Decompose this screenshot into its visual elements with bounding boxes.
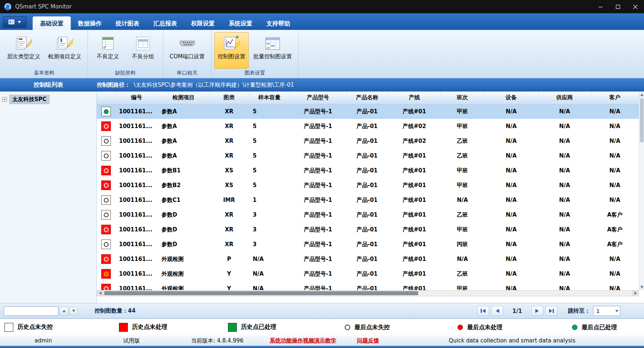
row-status-cell bbox=[97, 237, 115, 252]
cell: N/A bbox=[484, 281, 538, 290]
first-page-button[interactable] bbox=[477, 306, 489, 316]
vertical-scroll-thumb[interactable] bbox=[640, 98, 644, 142]
grid-viewport: 编号检测项目图类样本容量产品型号产品名称产线班次设备供应商客户 1001161.… bbox=[97, 92, 644, 290]
table-row[interactable]: 1001161...参数AXR5产品型号-1产品-01产线#01甲班N/AN/A… bbox=[97, 104, 639, 119]
scroll-left-arrow-icon[interactable] bbox=[97, 290, 103, 296]
tree-node-label: 太友科技SPC bbox=[9, 95, 50, 104]
app-menu-button[interactable] bbox=[3, 16, 27, 28]
scroll-down-arrow-icon[interactable] bbox=[639, 284, 644, 290]
status-circle bbox=[104, 154, 109, 158]
legend-square-swatch bbox=[119, 323, 128, 332]
column-header[interactable]: 图类 bbox=[209, 92, 249, 104]
column-header[interactable]: 检测项目 bbox=[158, 92, 209, 104]
table-row[interactable]: 1001161...参数B1XS5产品型号-1产品-01产线#01甲班N/AN/… bbox=[97, 163, 639, 178]
tree-node-taiyou-spc[interactable]: 太友科技SPC bbox=[2, 95, 94, 104]
status-outline-on-white-icon bbox=[101, 136, 111, 146]
cell: 产品-01 bbox=[346, 104, 388, 119]
table-row[interactable]: 1001161...参数AXR5产品型号-1产品-01产线#02乙班N/AN/A… bbox=[97, 134, 639, 148]
table-row[interactable]: 1001161...参数C1IMR1产品型号-1产品-01产线#01N/AN/A… bbox=[97, 193, 639, 207]
table-row[interactable]: 1001161...参数AXR5产品型号-1产品-01产线#02甲班N/AN/A… bbox=[97, 119, 639, 134]
cell: N/A bbox=[441, 193, 484, 207]
cell: 1001161... bbox=[115, 193, 158, 207]
cell: 产品型号-1 bbox=[290, 134, 346, 148]
ribbon-group-label: 缺陷资料 bbox=[90, 69, 161, 78]
column-header[interactable] bbox=[97, 92, 115, 104]
tab-statistics-charts[interactable]: 统计图表 bbox=[109, 17, 146, 30]
chevron-down-icon bbox=[18, 21, 21, 23]
status-outline-on-white-icon bbox=[101, 210, 111, 220]
tree-prev-match-button[interactable] bbox=[60, 307, 68, 315]
last-page-button[interactable] bbox=[545, 306, 557, 316]
tab-support-help[interactable]: 支持帮助 bbox=[259, 17, 297, 30]
com-port-settings-button[interactable]: COM端口设置 bbox=[166, 32, 208, 69]
column-header[interactable]: 产线 bbox=[388, 92, 441, 104]
tree-filter-input[interactable] bbox=[4, 306, 58, 316]
tab-data-operations[interactable]: 数据操作 bbox=[71, 17, 109, 30]
table-row[interactable]: 1001161...外观检测YN/A产品型号-1产品-01产线#01甲班N/AN… bbox=[97, 281, 639, 290]
cell: 产品-01 bbox=[346, 178, 388, 193]
cell: N/A bbox=[538, 104, 591, 119]
tab-basic-settings[interactable]: 基础设置 bbox=[33, 16, 71, 30]
horizontal-scroll-thumb[interactable] bbox=[104, 291, 418, 295]
video-tutorial-link[interactable]: 系统功能操作视频演示教学 bbox=[270, 337, 336, 344]
scroll-right-arrow-icon[interactable] bbox=[632, 290, 638, 296]
next-page-button[interactable] bbox=[531, 306, 543, 316]
cell: 参数B2 bbox=[158, 178, 209, 193]
tree-next-match-button[interactable] bbox=[69, 307, 78, 315]
status-circle bbox=[104, 286, 109, 290]
cell: 乙班 bbox=[441, 148, 484, 163]
table-row[interactable]: 1001161...参数DXR3产品型号-1产品-01产线#01乙班N/AN/A… bbox=[97, 207, 639, 222]
tab-system-settings[interactable]: 系统设置 bbox=[222, 17, 259, 30]
hierarchy-type-define-button[interactable]: 层次类型定义 bbox=[4, 32, 44, 69]
scroll-up-arrow-icon[interactable] bbox=[639, 92, 644, 97]
control-chart-settings-button[interactable]: 控制图设置 bbox=[214, 32, 249, 69]
column-header[interactable]: 班次 bbox=[441, 92, 484, 104]
inspection-item-define-button[interactable]: 检测项目定义 bbox=[45, 32, 85, 69]
cell: 甲班 bbox=[441, 178, 484, 193]
cell: XR bbox=[209, 222, 249, 237]
prev-page-icon bbox=[495, 309, 500, 313]
cell: 甲班 bbox=[441, 222, 484, 237]
legend-label: 最后点未处理 bbox=[467, 323, 502, 331]
cell: 1001161... bbox=[115, 119, 158, 134]
defect-group-icon bbox=[135, 35, 151, 52]
feedback-link[interactable]: 问题反馈 bbox=[357, 337, 379, 344]
close-button[interactable] bbox=[627, 0, 644, 13]
jump-page-select[interactable]: 1 bbox=[593, 306, 620, 316]
tab-permission-settings[interactable]: 权限设置 bbox=[184, 17, 222, 30]
table-row[interactable]: 1001161...参数B2XS5产品型号-1产品-01产线#01甲班N/AN/… bbox=[97, 178, 639, 193]
maximize-button[interactable] bbox=[609, 0, 627, 13]
row-status-cell bbox=[97, 104, 115, 119]
table-row[interactable]: 1001161...外观检测PN/A产品型号-1产品-01产线#01N/AN/A… bbox=[97, 252, 639, 266]
column-header[interactable]: 客户 bbox=[591, 92, 639, 104]
table-row[interactable]: 1001161...参数DXR3产品型号-1产品-01产线#01丙班N/AN/A… bbox=[97, 237, 639, 252]
defect-group-button[interactable]: 不良分组 bbox=[126, 32, 160, 69]
column-header[interactable]: 产品型号 bbox=[290, 92, 346, 104]
table-row[interactable]: 1001161...参数DXR3产品型号-1产品-01产线#01甲班N/AN/A… bbox=[97, 222, 639, 237]
cell: 产线#01 bbox=[388, 193, 441, 207]
cell: A客户 bbox=[591, 237, 639, 252]
cell: 乙班 bbox=[441, 266, 484, 281]
cell: 产线#01 bbox=[388, 281, 441, 290]
table-header: 编号检测项目图类样本容量产品型号产品名称产线班次设备供应商客户 bbox=[97, 92, 639, 104]
jump-page-value: 1 bbox=[596, 308, 600, 314]
cell: 甲班 bbox=[441, 104, 484, 119]
tab-summary-reports[interactable]: 汇总报表 bbox=[146, 17, 184, 30]
cell: A客户 bbox=[591, 207, 639, 222]
column-header[interactable]: 样本容量 bbox=[249, 92, 290, 104]
table-row[interactable]: 1001161...外观检测YN/A产品型号-1产品-01产线#01乙班N/AN… bbox=[97, 266, 639, 281]
table-row[interactable]: 1001161...参数AXR5产品型号-1产品-01产线#01乙班N/AN/A… bbox=[97, 148, 639, 163]
column-header[interactable]: 编号 bbox=[115, 92, 158, 104]
column-header[interactable]: 产品名称 bbox=[346, 92, 388, 104]
cell: Y bbox=[209, 266, 249, 281]
tree-expander-plus-icon[interactable] bbox=[2, 97, 7, 102]
minimize-button[interactable] bbox=[592, 0, 609, 13]
defect-define-button[interactable]: 不良定义 bbox=[91, 32, 125, 69]
column-header[interactable]: 设备 bbox=[484, 92, 538, 104]
prev-page-button[interactable] bbox=[491, 306, 503, 316]
cell: 乙班 bbox=[441, 134, 484, 148]
cell: 甲班 bbox=[441, 281, 484, 290]
window-controls bbox=[592, 0, 644, 13]
column-header[interactable]: 供应商 bbox=[538, 92, 591, 104]
batch-control-chart-settings-button[interactable]: 批量控制图设置 bbox=[250, 32, 295, 69]
